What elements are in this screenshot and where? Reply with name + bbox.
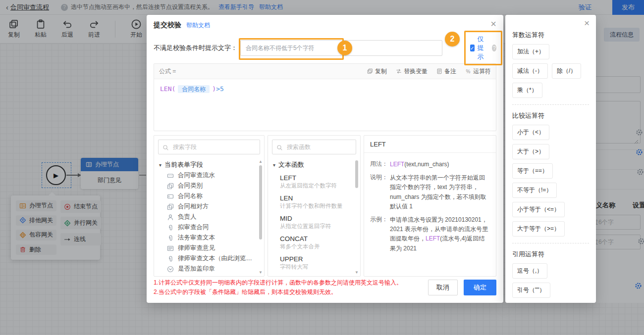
function-detail-panel: LEFT 用法： LEFT(text,num_chars) 说明： 从文本字符串… <box>364 135 496 277</box>
field-item[interactable]: 合同类别 <box>159 181 257 191</box>
function-item[interactable]: CONCAT将多个文本合并 <box>280 235 353 250</box>
operator-button[interactable]: 引号（""） <box>512 283 550 298</box>
function-item[interactable]: UPPER字符转大写 <box>280 255 353 271</box>
paperclip-icon <box>167 235 174 241</box>
close-icon[interactable]: × <box>490 19 496 29</box>
operator-button[interactable]: 大于（>） <box>512 144 549 159</box>
function-desc: 字符转大写 <box>280 263 353 271</box>
select-icon <box>167 266 174 273</box>
field-item-label: 律师审查意见 <box>178 244 215 252</box>
operator-button[interactable]: 小于等于（<=） <box>512 202 565 217</box>
app-window: ‹ 合同审查流程 ? 选中节点拖动至画布中，然后连接节点设置流程关系。 查看新手… <box>0 0 644 335</box>
option-icon <box>167 203 174 210</box>
formula-header: 公式 = <box>159 67 176 76</box>
operator-button[interactable]: 大于等于（>=） <box>512 221 565 237</box>
caret-down-icon: ▾ <box>273 162 275 168</box>
desc-label: 说明： <box>370 173 390 211</box>
formula-action-备注[interactable]: 备注 <box>436 67 456 76</box>
field-item-label: 负责人 <box>178 213 197 221</box>
function-item[interactable]: MID从指定位置返回字符 <box>280 214 353 230</box>
operator-button[interactable]: 除（/） <box>552 63 581 79</box>
function-group-row[interactable]: ▾ 文本函数 <box>273 159 353 170</box>
field-searchbox <box>158 140 260 154</box>
input-icon <box>167 193 174 200</box>
field-item[interactable]: 律师审查文本（由此浏览或下载 <box>159 253 257 264</box>
operator-button[interactable]: 小于（<） <box>512 125 549 140</box>
formula-editor[interactable]: LEN(合同名称)>5 <box>154 79 496 131</box>
prompt-input-wrap: 1 <box>240 40 442 56</box>
field-scrollbar[interactable]: ▲ ▼ <box>258 159 264 275</box>
operator-button[interactable]: 不等于（!=） <box>512 183 557 198</box>
fields-column: ▾ 当前表单字段 合同审查流水合同类别合同名称合同相对方负责人拟审查合同法务审查… <box>154 135 265 277</box>
operator-section-title: 比较运算符 <box>512 111 589 120</box>
operator-button[interactable]: 减法（-） <box>512 63 548 79</box>
note-line: 1.计算公式中仅支持同一明细表内的字段进行计算，函数中的各参数之间请使用英文逗号… <box>154 278 422 287</box>
operator-buttons: 小于（<）大于（>）等于（==）不等于（!=）小于等于（<=）大于等于（>=） <box>512 125 589 237</box>
field-group-row[interactable]: ▾ 当前表单字段 <box>159 159 257 170</box>
close-icon[interactable]: × <box>584 18 590 28</box>
field-item[interactable]: 合同名称 <box>159 191 257 201</box>
field-item[interactable]: 律师审查意见 <box>159 243 257 253</box>
example-label: 示例： <box>370 215 390 253</box>
dialog-help-link[interactable]: 帮助文档 <box>186 21 210 30</box>
paperclip-icon <box>167 255 174 262</box>
field-item-label: 合同相对方 <box>178 202 209 211</box>
function-item[interactable]: LEN计算字符个数和附件数量 <box>280 194 353 210</box>
field-item[interactable]: 法务审查文本 <box>159 233 257 243</box>
detail-title: LEFT <box>364 136 496 153</box>
operator-section: 算数运算符加法（+）减法（-）除（/）乘（*） <box>512 31 589 98</box>
only-tip-group[interactable]: 2 ✓ 仅提示 ? <box>464 31 502 65</box>
cancel-button[interactable]: 取消 <box>428 280 458 295</box>
operator-button[interactable]: 逗号（,） <box>512 263 547 279</box>
swap-icon <box>396 68 402 74</box>
formula-field-chip[interactable]: 合同名称 <box>178 85 210 93</box>
scroll-up-icon[interactable]: ▲ <box>259 159 263 164</box>
formula-action-运算符[interactable]: %运算符 <box>465 67 491 76</box>
step-badge-1: 1 <box>337 41 352 55</box>
function-search-input[interactable] <box>286 143 352 151</box>
operator-button[interactable]: 乘（*） <box>512 83 542 98</box>
note-icon <box>436 68 442 74</box>
function-list: ▾ 文本函数 LEFT从左返回指定个数字符LEN计算字符个数和附件数量MID从指… <box>268 158 360 274</box>
operator-button[interactable]: 等于（==） <box>512 163 553 179</box>
field-item[interactable]: 拟审查合同 <box>159 222 257 233</box>
function-scrollbar[interactable]: ▼ <box>354 159 360 275</box>
person-icon <box>167 214 174 221</box>
field-item[interactable]: 合同审查流水 <box>159 170 257 181</box>
scrollbar-thumb[interactable] <box>355 160 358 188</box>
step-badge-2: 2 <box>445 32 460 47</box>
search-icon <box>162 144 169 150</box>
field-item[interactable]: 合同相对方 <box>159 201 257 212</box>
field-item-label: 律师审查文本（由此浏览或下载 <box>178 254 257 263</box>
formula-action-替换变量[interactable]: 替换变量 <box>396 67 428 76</box>
function-name: MID <box>280 214 353 223</box>
field-search-input[interactable] <box>172 143 256 151</box>
function-item[interactable]: LEFT从左返回指定个数字符 <box>280 174 353 190</box>
field-item-label: 拟审查合同 <box>178 223 209 232</box>
prompt-label: 不满足校验条件时提示文字： <box>154 44 237 52</box>
usage-value: LEFT(text,num_chars) <box>390 160 490 169</box>
formula-paren-token: ) <box>212 85 216 93</box>
checkbox-checked-icon[interactable]: ✓ <box>470 45 475 51</box>
formula-action-label: 替换变量 <box>404 67 428 76</box>
operator-buttons: 加法（+）减法（-）除（/）乘（*） <box>512 44 589 98</box>
scrollbar-thumb[interactable] <box>259 165 262 239</box>
formula-action-label: 备注 <box>444 67 456 76</box>
function-name: UPPER <box>280 255 353 263</box>
caret-down-icon: ▾ <box>159 162 161 168</box>
field-item[interactable]: 负责人 <box>159 212 257 222</box>
formula-action-label: 运算符 <box>473 67 491 76</box>
operator-section-title: 算数运算符 <box>512 31 589 40</box>
formula-rest-token: >5 <box>216 85 224 93</box>
serial-icon <box>167 172 174 179</box>
dialog-title: 提交校验 <box>154 21 181 30</box>
formula-action-复制[interactable]: 复制 <box>367 67 387 76</box>
operator-section: 比较运算符小于（<）大于（>）等于（==）不等于（!=）小于等于（<=）大于等于… <box>512 104 589 237</box>
formula-section: 公式 = 复制替换变量备注%运算符 LEN(合同名称)>5 <box>154 63 496 131</box>
info-icon: ? <box>492 45 496 51</box>
desc-value: 从文本字符串的第一个字符开始返回指定个数的字符，text 为字符串，num_ch… <box>390 173 490 211</box>
operator-button[interactable]: 加法（+） <box>512 44 549 59</box>
function-desc: 计算字符个数和附件数量 <box>280 202 353 210</box>
example-value: 申请单流水号设置为 20210130201，2021 表示年份，从申请单的流水号… <box>390 215 490 253</box>
confirm-button[interactable]: 确定 <box>464 280 496 295</box>
